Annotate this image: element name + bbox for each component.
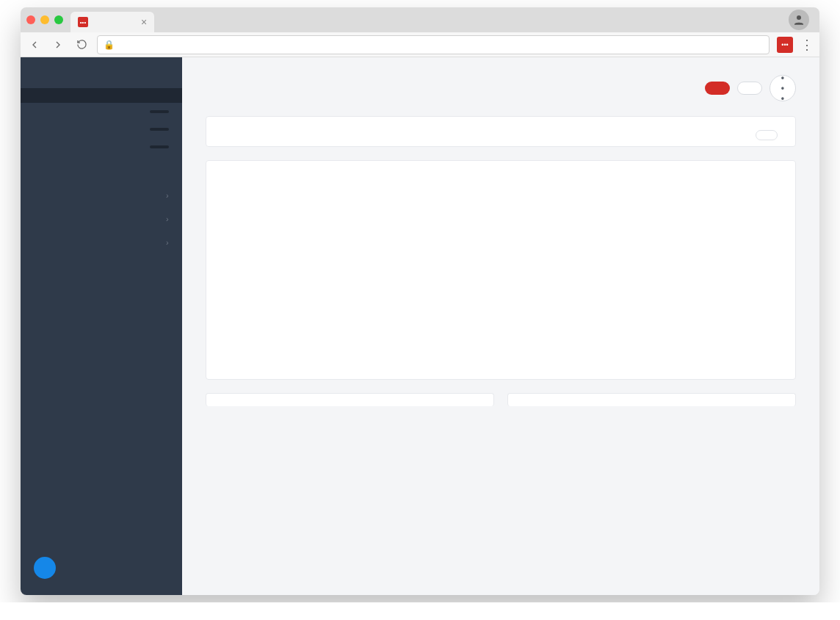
login-chart <box>224 181 778 361</box>
card-peek <box>507 393 796 406</box>
sidebar-item-settings[interactable]: › <box>21 184 182 207</box>
header-actions: • • • <box>705 75 796 101</box>
lastpass-extension-icon[interactable]: ••• <box>777 37 793 53</box>
sidebar-nav: › › › <box>21 88 182 254</box>
sidebar-item-sso[interactable]: › <box>21 207 182 231</box>
url-bar: 🔒 ••• ⋮ <box>21 32 819 57</box>
view-report-button[interactable] <box>756 130 778 140</box>
maximize-window-icon[interactable] <box>54 15 63 24</box>
minimize-window-icon[interactable] <box>40 15 49 24</box>
app-root: › › › <box>21 57 819 595</box>
brand-logo <box>21 57 182 88</box>
page-header: • • • <box>206 75 796 101</box>
avatar <box>34 557 56 579</box>
login-usage-card <box>206 160 796 380</box>
browser-menu-icon[interactable]: ⋮ <box>800 37 814 53</box>
sidebar-badge <box>150 128 169 131</box>
window-controls <box>26 15 63 24</box>
contact-us-button[interactable] <box>737 82 762 95</box>
tab-bar: ••• × <box>21 7 819 32</box>
browser-tab[interactable]: ••• × <box>70 12 154 32</box>
more-dots-icon: • • • <box>781 73 785 104</box>
sidebar-item-shared-folders[interactable] <box>21 138 182 156</box>
back-icon[interactable] <box>26 37 43 53</box>
chevron-right-icon: › <box>166 191 169 200</box>
sidebar-item-groups[interactable] <box>21 120 182 138</box>
sidebar-badge <box>150 110 169 113</box>
card-peek <box>206 393 494 406</box>
reload-icon[interactable] <box>73 37 90 53</box>
favicon-icon: ••• <box>78 17 88 27</box>
sidebar-item-advanced-options[interactable]: › <box>21 231 182 254</box>
chart-container <box>206 174 795 379</box>
user-footer[interactable] <box>21 545 182 595</box>
chevron-right-icon: › <box>166 238 169 247</box>
browser-window: ••• × 🔒 ••• ⋮ <box>21 7 819 595</box>
buy-licenses-button[interactable] <box>705 82 730 95</box>
close-window-icon[interactable] <box>26 15 35 24</box>
sidebar-badge <box>150 145 169 148</box>
close-tab-icon[interactable]: × <box>141 16 147 28</box>
main-content: • • • <box>182 57 819 595</box>
sidebar-item-reports[interactable] <box>21 156 182 170</box>
lock-icon: 🔒 <box>104 40 115 50</box>
chrome-profile-icon[interactable] <box>789 10 809 30</box>
more-menu-button[interactable]: • • • <box>770 75 796 101</box>
sidebar-item-dashboard[interactable] <box>21 88 182 103</box>
forward-icon[interactable] <box>50 37 66 53</box>
chevron-right-icon: › <box>166 215 169 223</box>
svg-point-0 <box>797 15 801 20</box>
security-card <box>206 116 796 147</box>
address-bar[interactable]: 🔒 <box>97 35 770 54</box>
sidebar-item-users[interactable] <box>21 103 182 120</box>
sidebar: › › › <box>21 57 182 595</box>
